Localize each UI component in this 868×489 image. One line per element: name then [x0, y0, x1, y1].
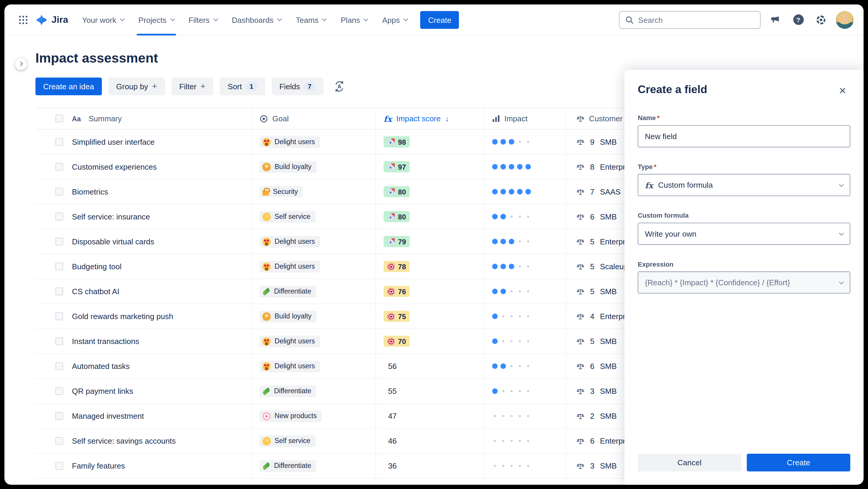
row-summary: Disposable virtual cards: [72, 237, 154, 246]
impact-score-chip: 36: [384, 460, 401, 471]
expression-select[interactable]: {Reach} * {Impact} * {Confidence} / {Eff…: [638, 271, 850, 294]
nav-item-filters[interactable]: Filters: [181, 4, 225, 35]
row-checkbox[interactable]: [55, 338, 63, 345]
nav-item-apps[interactable]: Apps: [375, 4, 415, 35]
row-checkbox[interactable]: [55, 138, 63, 146]
user-avatar[interactable]: [836, 11, 854, 28]
nav-item-plans[interactable]: Plans: [333, 4, 375, 35]
settings-button[interactable]: [813, 12, 829, 27]
column-header-summary[interactable]: AaSummary: [66, 108, 252, 129]
sidebar-expand-button[interactable]: [14, 57, 28, 70]
cancel-button[interactable]: Cancel: [638, 454, 741, 471]
global-search[interactable]: [619, 11, 761, 28]
column-header-goal[interactable]: Goal: [252, 108, 375, 129]
table-row[interactable]: Automated tasks Delight users 56 6 SMB: [36, 354, 705, 379]
jira-brand[interactable]: Jira: [32, 13, 75, 26]
customer-count: 4: [590, 312, 594, 321]
announcements-button[interactable]: [768, 12, 783, 27]
nav-item-dashboards[interactable]: Dashboards: [225, 4, 289, 35]
row-checkbox[interactable]: [55, 212, 63, 220]
row-checkbox[interactable]: [55, 237, 63, 245]
scale-icon: [577, 138, 585, 146]
column-header-impact-score[interactable]: fxImpact score↓: [375, 108, 485, 129]
create-idea-button[interactable]: Create an idea: [36, 78, 102, 95]
filter-button[interactable]: Filter+: [172, 78, 213, 95]
impact-score-value: 36: [388, 461, 397, 470]
scale-icon: [577, 212, 585, 221]
table-row[interactable]: CS chatbot AI Differentiate 76 5 SMB: [36, 279, 705, 304]
table-row[interactable]: Managed investment New products 47 2 SMB: [36, 404, 705, 429]
goal-chip: Differentiate: [259, 385, 316, 397]
nav-item-your-work[interactable]: Your work: [75, 4, 131, 35]
close-icon[interactable]: ×: [835, 83, 850, 98]
impact-score-chip: 46: [384, 435, 401, 447]
nav-item-teams[interactable]: Teams: [289, 4, 334, 35]
table-row[interactable]: Customised experiences Build loyalty 97 …: [36, 154, 705, 179]
sort-button[interactable]: Sort1: [220, 78, 265, 95]
app-switcher-button[interactable]: [14, 11, 32, 28]
table-row[interactable]: Family features Differentiate 36 3 SMB: [36, 454, 705, 479]
impact-score-chip: 70: [384, 336, 410, 347]
fields-button[interactable]: Fields7: [272, 78, 323, 95]
table-body: Simplified user interface Delight users …: [36, 130, 705, 479]
table-row[interactable]: Self service: insurance Self service 80 …: [36, 204, 705, 229]
scale-icon: [577, 362, 585, 370]
row-checkbox[interactable]: [55, 163, 63, 171]
table-row[interactable]: Biometrics Security 80 7 SAAS: [36, 179, 705, 204]
goal-label: Delight users: [275, 262, 315, 270]
field-name-input[interactable]: [641, 132, 847, 141]
impact-dots: [492, 313, 531, 319]
rocket-icon: [388, 163, 395, 170]
table-row[interactable]: Simplified user interface Delight users …: [36, 130, 705, 154]
impact-score-value: 47: [388, 411, 397, 421]
group-by-button[interactable]: Group by+: [108, 78, 165, 95]
row-checkbox[interactable]: [55, 462, 63, 470]
create-field-button[interactable]: Create: [747, 454, 850, 471]
nav-item-projects[interactable]: Projects: [131, 4, 181, 35]
row-summary: Self service: insurance: [72, 212, 150, 221]
dart-icon: [388, 313, 395, 320]
table-row[interactable]: Instant transactions Delight users 70 5 …: [36, 329, 705, 354]
select-all-checkbox[interactable]: [55, 115, 63, 122]
help-button[interactable]: ?: [790, 12, 806, 27]
impact-score-chip: 80: [384, 186, 410, 197]
row-checkbox[interactable]: [55, 437, 63, 445]
row-checkbox[interactable]: [55, 188, 63, 195]
table-row[interactable]: Gold rewards marketing push Build loyalt…: [36, 304, 705, 329]
sort-order-button[interactable]: A: [330, 78, 349, 95]
goal-label: Delight users: [275, 338, 315, 345]
impact-score-chip: 80: [384, 211, 410, 222]
goal-label: Differentiate: [274, 387, 311, 395]
goal-emoji-icon: [262, 337, 271, 345]
goal-chip: Build loyalty: [259, 311, 316, 322]
row-summary: Gold rewards marketing push: [72, 312, 173, 321]
table-row[interactable]: Disposable virtual cards Delight users 7…: [36, 229, 705, 254]
table-row[interactable]: Self service: savings accounts Self serv…: [36, 429, 705, 454]
goal-icon: [259, 114, 268, 123]
app-window: Jira Your work Projects Filters Dashboar…: [4, 4, 864, 485]
chevron-down-icon: [364, 16, 369, 21]
row-checkbox[interactable]: [55, 387, 63, 395]
formula-icon: fx: [645, 180, 653, 190]
table-row[interactable]: Budgeting tool Delight users 78 5 Scaleu…: [36, 254, 705, 279]
global-create-button[interactable]: Create: [421, 11, 459, 28]
customer-importance: 6 SMB: [577, 212, 617, 221]
goal-chip: Build loyalty: [259, 161, 316, 173]
row-checkbox[interactable]: [55, 412, 63, 420]
custom-formula-select[interactable]: Write your own: [638, 223, 850, 245]
chevron-down-icon: [839, 280, 844, 284]
table-row[interactable]: QR payment links Differentiate 55 3 SMB: [36, 379, 705, 404]
search-input[interactable]: [638, 15, 754, 24]
row-checkbox[interactable]: [55, 262, 63, 270]
column-header-impact[interactable]: Impact: [485, 108, 566, 129]
type-select[interactable]: fx Custom formula: [638, 174, 850, 196]
nav-menu: Your work Projects Filters Dashboards Te…: [75, 4, 415, 35]
scale-icon: [577, 287, 585, 296]
customer-label: SMB: [600, 212, 617, 221]
row-summary: Budgeting tool: [72, 262, 122, 271]
row-checkbox[interactable]: [55, 363, 63, 370]
row-checkbox[interactable]: [55, 313, 63, 320]
customer-count: 8: [590, 162, 594, 171]
row-checkbox[interactable]: [55, 287, 63, 295]
goal-emoji-icon: [262, 412, 271, 420]
